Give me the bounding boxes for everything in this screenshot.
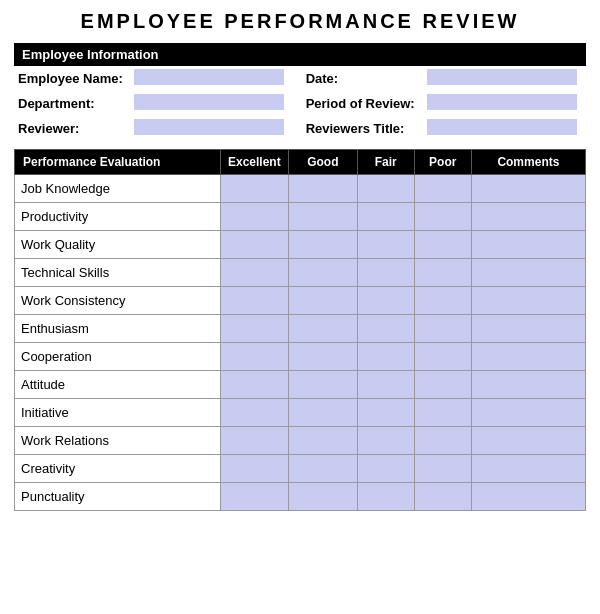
perf-category-label: Attitude	[15, 371, 221, 399]
emp-name-label: Employee Name:	[14, 66, 130, 91]
comments-cell[interactable]	[471, 427, 585, 455]
performance-table: Performance Evaluation Excellent Good Fa…	[14, 149, 586, 511]
comments-cell[interactable]	[471, 399, 585, 427]
rating-cell[interactable]	[289, 455, 358, 483]
reviewer-input[interactable]	[134, 119, 284, 135]
rating-cell[interactable]	[357, 231, 414, 259]
rating-cell[interactable]	[220, 259, 289, 287]
perf-category-label: Initiative	[15, 399, 221, 427]
rating-cell[interactable]	[289, 175, 358, 203]
rating-cell[interactable]	[414, 259, 471, 287]
rating-cell[interactable]	[414, 203, 471, 231]
emp-name-input[interactable]	[134, 69, 284, 85]
perf-category-label: Work Quality	[15, 231, 221, 259]
rating-cell[interactable]	[414, 371, 471, 399]
perf-category-label: Creativity	[15, 455, 221, 483]
table-row: Work Quality	[15, 231, 586, 259]
dept-label: Department:	[14, 91, 130, 116]
rating-cell[interactable]	[414, 231, 471, 259]
perf-category-label: Punctuality	[15, 483, 221, 511]
comments-cell[interactable]	[471, 259, 585, 287]
perf-category-label: Enthusiasm	[15, 315, 221, 343]
info-row-dept: Department: Period of Review:	[14, 91, 586, 116]
rating-cell[interactable]	[289, 371, 358, 399]
perf-table-header-row: Performance Evaluation Excellent Good Fa…	[15, 150, 586, 175]
rating-cell[interactable]	[220, 231, 289, 259]
rating-cell[interactable]	[220, 343, 289, 371]
rating-cell[interactable]	[289, 399, 358, 427]
rating-cell[interactable]	[414, 175, 471, 203]
info-row-name: Employee Name: Date:	[14, 66, 586, 91]
comments-cell[interactable]	[471, 203, 585, 231]
rating-cell[interactable]	[357, 175, 414, 203]
perf-category-label: Work Consistency	[15, 287, 221, 315]
rating-cell[interactable]	[289, 259, 358, 287]
rating-cell[interactable]	[220, 371, 289, 399]
rating-cell[interactable]	[414, 455, 471, 483]
period-input-cell	[423, 91, 586, 116]
rating-cell[interactable]	[357, 427, 414, 455]
perf-category-label: Work Relations	[15, 427, 221, 455]
rating-cell[interactable]	[289, 203, 358, 231]
rating-cell[interactable]	[289, 231, 358, 259]
comments-cell[interactable]	[471, 483, 585, 511]
rating-cell[interactable]	[357, 371, 414, 399]
rating-cell[interactable]	[220, 399, 289, 427]
rating-cell[interactable]	[357, 399, 414, 427]
rating-cell[interactable]	[289, 343, 358, 371]
rating-cell[interactable]	[357, 315, 414, 343]
rating-cell[interactable]	[220, 287, 289, 315]
reviewer-label: Reviewer:	[14, 116, 130, 141]
comments-cell[interactable]	[471, 231, 585, 259]
rev-title-input-cell	[423, 116, 586, 141]
rating-cell[interactable]	[414, 427, 471, 455]
rating-cell[interactable]	[414, 399, 471, 427]
col-header-category: Performance Evaluation	[15, 150, 221, 175]
date-input[interactable]	[427, 69, 577, 85]
col-header-comments: Comments	[471, 150, 585, 175]
rating-cell[interactable]	[220, 455, 289, 483]
perf-category-label: Technical Skills	[15, 259, 221, 287]
period-input[interactable]	[427, 94, 577, 110]
rating-cell[interactable]	[414, 287, 471, 315]
employee-info-table: Employee Name: Date: Department: Period …	[14, 66, 586, 141]
table-row: Punctuality	[15, 483, 586, 511]
rating-cell[interactable]	[414, 315, 471, 343]
rating-cell[interactable]	[357, 455, 414, 483]
comments-cell[interactable]	[471, 315, 585, 343]
rating-cell[interactable]	[220, 203, 289, 231]
info-row-reviewer: Reviewer: Reviewers Title:	[14, 116, 586, 141]
rating-cell[interactable]	[220, 427, 289, 455]
rating-cell[interactable]	[414, 483, 471, 511]
rating-cell[interactable]	[414, 343, 471, 371]
table-row: Initiative	[15, 399, 586, 427]
rating-cell[interactable]	[357, 343, 414, 371]
rating-cell[interactable]	[289, 483, 358, 511]
col-header-poor: Poor	[414, 150, 471, 175]
rating-cell[interactable]	[220, 483, 289, 511]
table-row: Technical Skills	[15, 259, 586, 287]
rating-cell[interactable]	[220, 315, 289, 343]
rating-cell[interactable]	[357, 483, 414, 511]
rev-title-input[interactable]	[427, 119, 577, 135]
dept-input[interactable]	[134, 94, 284, 110]
period-label: Period of Review:	[294, 91, 423, 116]
table-row: Work Relations	[15, 427, 586, 455]
reviewer-input-cell	[130, 116, 293, 141]
comments-cell[interactable]	[471, 455, 585, 483]
rating-cell[interactable]	[357, 259, 414, 287]
table-row: Work Consistency	[15, 287, 586, 315]
date-label: Date:	[294, 66, 423, 91]
perf-category-label: Job Knowledge	[15, 175, 221, 203]
comments-cell[interactable]	[471, 287, 585, 315]
rating-cell[interactable]	[289, 427, 358, 455]
rating-cell[interactable]	[220, 175, 289, 203]
rating-cell[interactable]	[289, 315, 358, 343]
perf-category-label: Cooperation	[15, 343, 221, 371]
comments-cell[interactable]	[471, 371, 585, 399]
rating-cell[interactable]	[357, 287, 414, 315]
rating-cell[interactable]	[357, 203, 414, 231]
rating-cell[interactable]	[289, 287, 358, 315]
comments-cell[interactable]	[471, 175, 585, 203]
comments-cell[interactable]	[471, 343, 585, 371]
